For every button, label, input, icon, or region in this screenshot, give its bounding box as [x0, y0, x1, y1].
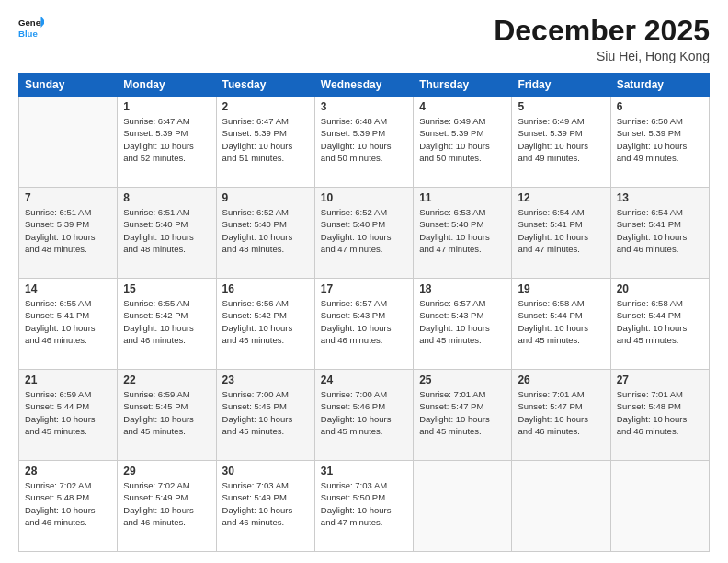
calendar-cell: 28Sunrise: 7:02 AMSunset: 5:48 PMDayligh… — [19, 461, 118, 552]
calendar-cell: 4Sunrise: 6:49 AMSunset: 5:39 PMDaylight… — [414, 97, 512, 188]
cell-day-info: Sunrise: 7:03 AMSunset: 5:49 PMDaylight:… — [222, 479, 309, 528]
cell-day-info: Sunrise: 7:00 AMSunset: 5:45 PMDaylight:… — [222, 388, 309, 437]
location: Siu Hei, Hong Kong — [494, 49, 710, 63]
cell-day-info: Sunrise: 6:57 AMSunset: 5:43 PMDaylight:… — [321, 297, 407, 346]
calendar-cell — [414, 461, 512, 552]
calendar-cell: 11Sunrise: 6:53 AMSunset: 5:40 PMDayligh… — [414, 188, 512, 279]
calendar-cell: 5Sunrise: 6:49 AMSunset: 5:39 PMDaylight… — [512, 97, 610, 188]
cell-day-number: 10 — [321, 191, 407, 204]
svg-text:General: General — [18, 17, 44, 28]
calendar-cell: 27Sunrise: 7:01 AMSunset: 5:48 PMDayligh… — [610, 370, 709, 461]
cell-day-number: 3 — [321, 100, 407, 113]
cell-day-number: 9 — [222, 191, 309, 204]
cell-day-info: Sunrise: 6:58 AMSunset: 5:44 PMDaylight:… — [617, 297, 703, 346]
cell-day-info: Sunrise: 6:51 AMSunset: 5:39 PMDaylight:… — [25, 206, 111, 255]
cell-day-info: Sunrise: 7:01 AMSunset: 5:47 PMDaylight:… — [518, 388, 604, 437]
cell-day-number: 2 — [222, 100, 309, 113]
calendar-cell: 29Sunrise: 7:02 AMSunset: 5:49 PMDayligh… — [118, 461, 216, 552]
cell-day-number: 22 — [123, 373, 210, 386]
cell-day-info: Sunrise: 6:52 AMSunset: 5:40 PMDaylight:… — [321, 206, 407, 255]
cell-day-info: Sunrise: 7:02 AMSunset: 5:49 PMDaylight:… — [123, 479, 210, 528]
cell-day-number: 31 — [321, 465, 407, 477]
header: General Blue December 2025 Siu Hei, Hong… — [18, 15, 710, 63]
day-header: Tuesday — [216, 74, 314, 97]
cell-day-number: 11 — [419, 191, 506, 204]
cell-day-info: Sunrise: 6:57 AMSunset: 5:43 PMDaylight:… — [419, 297, 506, 346]
cell-day-info: Sunrise: 6:49 AMSunset: 5:39 PMDaylight:… — [518, 115, 604, 164]
cell-day-info: Sunrise: 6:47 AMSunset: 5:39 PMDaylight:… — [123, 115, 210, 164]
calendar-cell: 20Sunrise: 6:58 AMSunset: 5:44 PMDayligh… — [610, 279, 709, 370]
calendar-cell: 17Sunrise: 6:57 AMSunset: 5:43 PMDayligh… — [314, 279, 413, 370]
cell-day-info: Sunrise: 6:49 AMSunset: 5:39 PMDaylight:… — [419, 115, 506, 164]
logo: General Blue — [18, 15, 44, 40]
calendar-cell: 23Sunrise: 7:00 AMSunset: 5:45 PMDayligh… — [216, 370, 314, 461]
calendar-table: SundayMondayTuesdayWednesdayThursdayFrid… — [18, 73, 710, 552]
cell-day-number: 21 — [25, 373, 111, 386]
svg-text:Blue: Blue — [18, 29, 38, 39]
calendar-cell: 10Sunrise: 6:52 AMSunset: 5:40 PMDayligh… — [314, 188, 413, 279]
cell-day-number: 13 — [617, 191, 703, 204]
month-title: December 2025 — [494, 15, 710, 47]
cell-day-number: 8 — [123, 191, 210, 204]
cell-day-number: 29 — [123, 465, 210, 477]
calendar-cell: 25Sunrise: 7:01 AMSunset: 5:47 PMDayligh… — [414, 370, 512, 461]
cell-day-info: Sunrise: 7:01 AMSunset: 5:48 PMDaylight:… — [617, 388, 703, 437]
cell-day-number: 4 — [419, 100, 506, 113]
cell-day-info: Sunrise: 6:55 AMSunset: 5:41 PMDaylight:… — [25, 297, 111, 346]
calendar-cell — [512, 461, 610, 552]
cell-day-number: 5 — [518, 100, 604, 113]
cell-day-info: Sunrise: 7:01 AMSunset: 5:47 PMDaylight:… — [419, 388, 506, 437]
calendar-cell: 22Sunrise: 6:59 AMSunset: 5:45 PMDayligh… — [118, 370, 216, 461]
cell-day-info: Sunrise: 6:51 AMSunset: 5:40 PMDaylight:… — [123, 206, 210, 255]
day-header: Sunday — [19, 74, 118, 97]
calendar-cell: 1Sunrise: 6:47 AMSunset: 5:39 PMDaylight… — [118, 97, 216, 188]
cell-day-number: 25 — [419, 373, 506, 386]
title-block: December 2025 Siu Hei, Hong Kong — [494, 15, 710, 63]
cell-day-info: Sunrise: 6:50 AMSunset: 5:39 PMDaylight:… — [617, 115, 703, 164]
cell-day-number: 26 — [518, 373, 604, 386]
calendar-cell: 3Sunrise: 6:48 AMSunset: 5:39 PMDaylight… — [314, 97, 413, 188]
cell-day-info: Sunrise: 7:00 AMSunset: 5:46 PMDaylight:… — [321, 388, 407, 437]
cell-day-info: Sunrise: 6:53 AMSunset: 5:40 PMDaylight:… — [419, 206, 506, 255]
cell-day-number: 19 — [518, 282, 604, 295]
cell-day-info: Sunrise: 6:47 AMSunset: 5:39 PMDaylight:… — [222, 115, 309, 164]
day-header: Monday — [118, 74, 216, 97]
cell-day-number: 14 — [25, 282, 111, 295]
calendar-cell: 21Sunrise: 6:59 AMSunset: 5:44 PMDayligh… — [19, 370, 118, 461]
cell-day-number: 27 — [617, 373, 703, 386]
cell-day-number: 30 — [222, 465, 309, 477]
cell-day-info: Sunrise: 6:54 AMSunset: 5:41 PMDaylight:… — [518, 206, 604, 255]
cell-day-info: Sunrise: 6:52 AMSunset: 5:40 PMDaylight:… — [222, 206, 309, 255]
cell-day-info: Sunrise: 6:59 AMSunset: 5:44 PMDaylight:… — [25, 388, 111, 437]
cell-day-number: 24 — [321, 373, 407, 386]
calendar-cell — [19, 97, 118, 188]
calendar-cell: 19Sunrise: 6:58 AMSunset: 5:44 PMDayligh… — [512, 279, 610, 370]
cell-day-info: Sunrise: 6:59 AMSunset: 5:45 PMDaylight:… — [123, 388, 210, 437]
cell-day-number: 17 — [321, 282, 407, 295]
cell-day-number: 16 — [222, 282, 309, 295]
cell-day-info: Sunrise: 7:02 AMSunset: 5:48 PMDaylight:… — [25, 479, 111, 528]
calendar-cell: 26Sunrise: 7:01 AMSunset: 5:47 PMDayligh… — [512, 370, 610, 461]
page: General Blue December 2025 Siu Hei, Hong… — [0, 0, 728, 563]
cell-day-info: Sunrise: 6:54 AMSunset: 5:41 PMDaylight:… — [617, 206, 703, 255]
calendar-cell: 14Sunrise: 6:55 AMSunset: 5:41 PMDayligh… — [19, 279, 118, 370]
cell-day-info: Sunrise: 6:58 AMSunset: 5:44 PMDaylight:… — [518, 297, 604, 346]
cell-day-number: 23 — [222, 373, 309, 386]
cell-day-info: Sunrise: 6:56 AMSunset: 5:42 PMDaylight:… — [222, 297, 309, 346]
day-header: Wednesday — [314, 74, 413, 97]
cell-day-number: 28 — [25, 465, 111, 477]
calendar-cell: 2Sunrise: 6:47 AMSunset: 5:39 PMDaylight… — [216, 97, 314, 188]
cell-day-info: Sunrise: 6:48 AMSunset: 5:39 PMDaylight:… — [321, 115, 407, 164]
calendar-cell: 6Sunrise: 6:50 AMSunset: 5:39 PMDaylight… — [610, 97, 709, 188]
calendar-cell: 8Sunrise: 6:51 AMSunset: 5:40 PMDaylight… — [118, 188, 216, 279]
cell-day-info: Sunrise: 7:03 AMSunset: 5:50 PMDaylight:… — [321, 479, 407, 528]
calendar-cell: 15Sunrise: 6:55 AMSunset: 5:42 PMDayligh… — [118, 279, 216, 370]
cell-day-number: 15 — [123, 282, 210, 295]
calendar-cell — [610, 461, 709, 552]
calendar-cell: 30Sunrise: 7:03 AMSunset: 5:49 PMDayligh… — [216, 461, 314, 552]
cell-day-number: 18 — [419, 282, 506, 295]
calendar-cell: 9Sunrise: 6:52 AMSunset: 5:40 PMDaylight… — [216, 188, 314, 279]
cell-day-number: 1 — [123, 100, 210, 113]
calendar-cell: 13Sunrise: 6:54 AMSunset: 5:41 PMDayligh… — [610, 188, 709, 279]
cell-day-number: 6 — [617, 100, 703, 113]
